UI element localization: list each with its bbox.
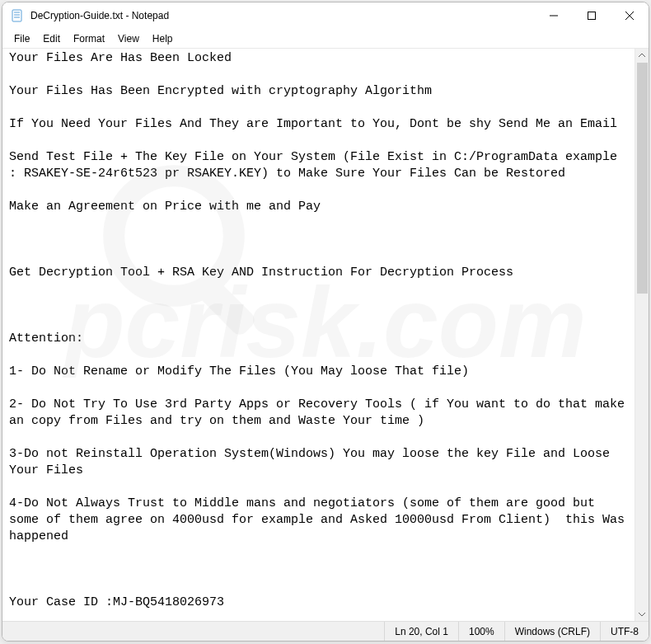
status-position: Ln 20, Col 1 [384, 622, 458, 641]
notepad-icon [11, 9, 24, 22]
menubar: File Edit Format View Help [2, 29, 649, 49]
menu-help[interactable]: Help [146, 31, 180, 46]
scroll-up-button[interactable] [635, 49, 649, 63]
chevron-down-icon [639, 612, 645, 616]
maximize-button[interactable] [573, 2, 611, 29]
scroll-down-button[interactable] [635, 607, 649, 621]
menu-file[interactable]: File [7, 31, 36, 46]
vertical-scrollbar[interactable] [635, 49, 649, 621]
content-area: Your Files Are Has Been Locked Your File… [2, 49, 649, 621]
close-icon [625, 12, 634, 20]
status-encoding: UTF-8 [600, 622, 649, 641]
close-button[interactable] [611, 2, 649, 29]
maximize-icon [588, 12, 596, 20]
status-zoom: 100% [458, 622, 504, 641]
menu-edit[interactable]: Edit [36, 31, 67, 46]
window-controls [535, 2, 649, 29]
svg-rect-7 [588, 12, 596, 20]
chevron-up-icon [639, 54, 645, 58]
minimize-icon [550, 12, 558, 20]
window-title: DeCryption-Guide.txt - Notepad [30, 10, 535, 21]
scrollbar-thumb[interactable] [637, 63, 648, 294]
svg-rect-2 [12, 10, 21, 21]
text-editor[interactable]: Your Files Are Has Been Locked Your File… [2, 49, 635, 621]
status-line-ending: Windows (CRLF) [504, 622, 600, 641]
menu-format[interactable]: Format [67, 31, 111, 46]
scrollbar-track[interactable] [635, 63, 649, 607]
menu-view[interactable]: View [111, 31, 146, 46]
minimize-button[interactable] [535, 2, 573, 29]
titlebar[interactable]: DeCryption-Guide.txt - Notepad [2, 2, 649, 29]
statusbar: Ln 20, Col 1 100% Windows (CRLF) UTF-8 [2, 621, 649, 641]
notepad-window: DeCryption-Guide.txt - Notepad File Edit… [2, 2, 649, 642]
